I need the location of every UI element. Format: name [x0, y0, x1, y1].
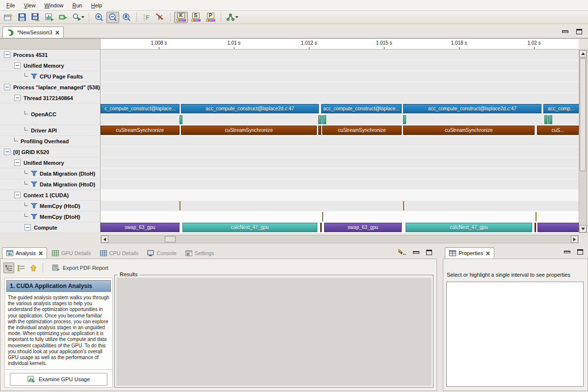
collapse-toggle-icon[interactable]	[4, 84, 10, 90]
timeline-row-compute[interactable]: Compute	[0, 222, 100, 233]
collapse-toggle-icon[interactable]	[14, 95, 21, 101]
collapse-toggle-icon[interactable]	[14, 192, 21, 198]
timeline-row-0-grid-k520[interactable]: [0] GRID K520	[0, 147, 100, 157]
timeline-row-profiling-overhead[interactable]: Profiling Overhead	[0, 136, 100, 147]
interval-bar-acc-comp[interactable]: acc_comp...	[543, 104, 579, 113]
go-to-marker-button[interactable]: F	[140, 12, 153, 23]
interval-bar-c-compute-construct-laplace[interactable]: c_compute_construct@laplace...	[101, 104, 179, 113]
timeline-ruler[interactable]: 1.008 s1.01 s1.012 s1.015 s1.018 s1.02 s	[101, 39, 579, 50]
interval-bar-custreamsynchronize[interactable]: cuStreamSynchronize	[101, 126, 179, 135]
collapse-toggle-icon[interactable]	[25, 224, 31, 231]
interval-bar[interactable]	[318, 126, 321, 135]
collapse-toggle-icon[interactable]	[4, 149, 10, 155]
scroll-up-button[interactable]	[579, 50, 587, 57]
interval-bar[interactable]	[535, 223, 536, 232]
save-as-button[interactable]	[29, 12, 42, 23]
interval-bar-custreamsynchronize[interactable]: cuStreamSynchronize	[403, 126, 535, 135]
menu-view[interactable]: View	[20, 1, 40, 10]
guided-analysis-view-button[interactable]	[3, 262, 14, 273]
openacc-event-mark[interactable]	[544, 115, 547, 124]
process-coloring-button[interactable]: P	[204, 12, 217, 23]
timeline-row-openacc[interactable]: OpenACC	[0, 104, 100, 125]
up-level-button[interactable]	[28, 262, 39, 273]
timeline-vertical-scrollbar[interactable]	[579, 50, 587, 233]
maximize-view-icon[interactable]	[576, 29, 582, 34]
memcpy-event-line[interactable]	[536, 212, 537, 221]
timeline-row-context-1-cuda[interactable]: Context 1 (CUDA)	[0, 190, 100, 201]
timeline-lane-unified-memory[interactable]	[101, 157, 579, 168]
new-session-button[interactable]	[2, 12, 15, 23]
examine-gpu-usage-button[interactable]: Examine GPU Usage	[10, 373, 107, 386]
close-session-icon[interactable]	[55, 30, 59, 35]
interval-bar-custreamsynchronize[interactable]: cuStreamSynchronize	[322, 126, 402, 135]
close-properties-icon[interactable]	[486, 251, 490, 256]
zoom-out-button[interactable]	[106, 12, 119, 23]
interval-bar-acc-compute-construct-laplace2d-c-47[interactable]: acc_compute_construct@laplace2d.c:47	[403, 104, 541, 113]
scroll-right-button[interactable]	[571, 235, 578, 243]
tab-settings[interactable]: Settings	[181, 247, 218, 259]
tab-console[interactable]: Console	[143, 247, 180, 259]
timeline-row-thread-3172140864[interactable]: Thread 3172140864	[0, 93, 100, 104]
timeline-lane-thread-3172140864[interactable]	[101, 93, 579, 104]
timeline-row-data-migration-dtoh[interactable]: Data Migration (DtoH)	[0, 168, 100, 179]
interval-bar-acc-compute-construct-laplace[interactable]: acc_compute_construct@laplace...	[321, 104, 402, 113]
horizontal-scroll-thumb[interactable]	[165, 236, 176, 242]
menu-file[interactable]: File	[2, 1, 20, 10]
run-analysis-button[interactable]	[71, 12, 85, 23]
menu-help[interactable]: Help	[87, 1, 107, 10]
clear-marker-button[interactable]: K	[154, 12, 167, 23]
interval-bar-calcnext-47-gpu[interactable]: calcNext_47_gpu	[406, 223, 532, 232]
stream-coloring-button[interactable]: S	[189, 12, 203, 23]
timeline-lane-0-grid-k520[interactable]	[101, 147, 579, 157]
minimize-view-icon[interactable]	[562, 30, 568, 33]
timeline-lane-openacc[interactable]: c_compute_construct@laplace...acc_comput…	[101, 104, 579, 114]
save-session-button[interactable]	[16, 12, 28, 23]
openacc-event-mark[interactable]	[322, 115, 323, 124]
menu-window[interactable]: Window	[40, 1, 68, 10]
timeline-row-driver-api[interactable]: Driver API	[0, 125, 100, 136]
timeline-row-unified-memory[interactable]: Unified Memory	[0, 157, 100, 168]
tab-cpu-details[interactable]: CPU Details	[96, 247, 143, 259]
memcpy-event-line[interactable]	[403, 201, 404, 210]
tab-analysis[interactable]: Analysis	[2, 247, 47, 259]
export-pdf-report-button[interactable]: Export PDF Report	[47, 262, 113, 274]
collapse-toggle-icon[interactable]	[14, 62, 21, 69]
openacc-event-mark[interactable]	[323, 115, 326, 124]
interval-bar-cus[interactable]: cuS...	[537, 126, 579, 135]
timeline-lane-data-migration-dtoh[interactable]	[101, 168, 579, 179]
interval-bar-calcnext-47-gpu[interactable]: calcNext_47_gpu	[182, 223, 317, 232]
timeline-lane-compute[interactable]: swap_63_gpucalcNext_47_gpuswap_63_gpucal…	[101, 222, 579, 233]
timeline-lane-memcpy-dtoh[interactable]	[101, 211, 579, 222]
interval-bar[interactable]	[537, 223, 579, 232]
analysis-tree-caret[interactable]	[235, 16, 238, 18]
interval-bar-custreamsynchronize[interactable]: cuStreamSynchronize	[181, 126, 317, 135]
tab-newsession3[interactable]: *NewSession3	[2, 26, 64, 38]
interval-bar[interactable]	[320, 223, 322, 232]
interval-bar-swap-63-gpu[interactable]: swap_63_gpu	[324, 223, 402, 232]
zoom-in-button[interactable]	[93, 12, 105, 23]
timeline-lane-data-migration-htod[interactable]	[101, 179, 579, 190]
timeline-row-process-4531[interactable]: Process 4531	[0, 50, 100, 60]
timeline-lane-cpu-page-faults[interactable]	[101, 71, 579, 82]
unguided-analysis-view-button[interactable]	[16, 262, 26, 273]
scroll-left-button[interactable]	[101, 235, 108, 243]
run-analysis-caret[interactable]	[81, 16, 84, 18]
minimize-panel-icon[interactable]	[413, 251, 419, 254]
timeline-lane-process-4531[interactable]	[101, 50, 579, 60]
timeline-lane-driver-api[interactable]: cuStreamSynchronizecuStreamSynchronizecu…	[101, 125, 579, 136]
interval-bar-swap-63-gpu[interactable]: swap_63_gpu	[101, 223, 179, 232]
timeline-lane-process-laplace-managed-538[interactable]	[101, 82, 579, 93]
view-menu-pencil-icon[interactable]	[398, 249, 406, 255]
timeline-lane-memcpy-htod[interactable]	[101, 201, 579, 211]
maximize-properties-icon[interactable]	[577, 249, 583, 255]
export-session-button[interactable]	[57, 12, 70, 23]
memcpy-event-line[interactable]	[322, 212, 323, 221]
minimize-properties-icon[interactable]	[564, 251, 570, 253]
close-analysis-icon[interactable]	[38, 251, 43, 256]
openacc-event-mark[interactable]	[549, 115, 552, 124]
timeline-row-cpu-page-faults[interactable]: CPU Page Faults	[0, 71, 100, 82]
timeline-row-memcpy-htod[interactable]: MemCpy (HtoD)	[0, 201, 100, 211]
vertical-scroll-thumb[interactable]	[580, 58, 586, 171]
interval-bar-acc-compute-construct-laplace2d-c-47[interactable]: acc_compute_construct@laplace2d.c:47	[181, 104, 319, 113]
timeline-lane-unified-memory[interactable]	[101, 60, 579, 71]
